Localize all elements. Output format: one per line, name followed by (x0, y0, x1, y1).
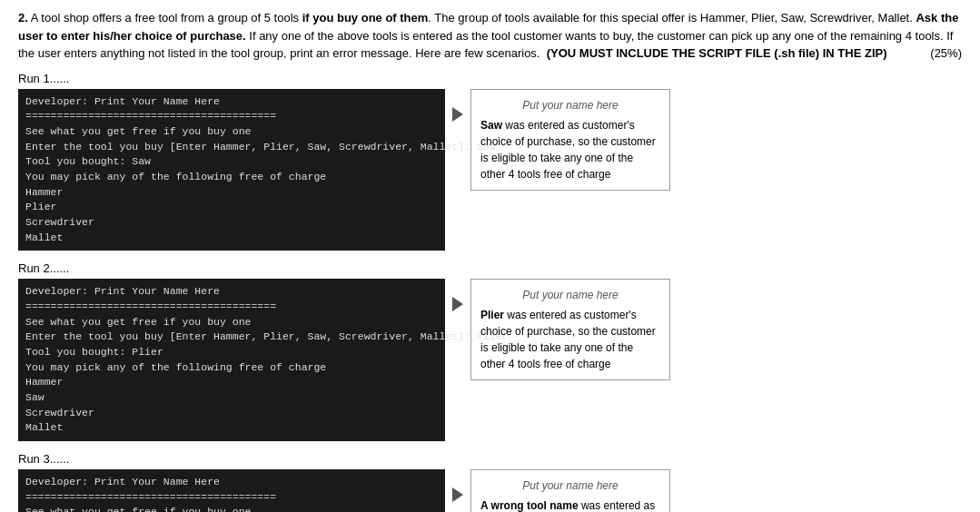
description-box-1: Put your name here Saw was entered as cu… (470, 89, 670, 191)
question-container: 2. A tool shop offers a free tool from a… (18, 9, 962, 512)
run-label-1: Run 1...... (18, 72, 962, 85)
arrow-icon-3 (452, 487, 463, 502)
run-label-2: Run 2...... (18, 261, 962, 275)
description-box-3: Put your name here A wrong tool name was… (470, 469, 670, 512)
desc-name-2: Put your name here (480, 287, 660, 303)
question-number: 2. (18, 11, 31, 25)
terminal-1: Developer: Print Your Name Here ========… (18, 89, 445, 251)
desc-content-3: A wrong tool name was entered as custome… (480, 497, 660, 512)
desc-name-1: Put your name here (480, 97, 660, 113)
terminal-3: Developer: Print Your Name Here ========… (18, 469, 445, 512)
run-section-2: Run 2...... Developer: Print Your Name H… (18, 261, 962, 441)
description-box-2: Put your name here Plier was entered as … (470, 279, 670, 380)
run-section-3: Run 3...... Developer: Print Your Name H… (18, 452, 962, 512)
percent-label: (25%) (930, 44, 962, 63)
desc-content-2: Plier was entered as customer's choice o… (480, 307, 660, 372)
desc-content-1: Saw was entered as customer's choice of … (480, 117, 660, 182)
arrow-icon-1 (452, 107, 463, 122)
desc-name-3: Put your name here (480, 478, 660, 494)
question-text: 2. A tool shop offers a free tool from a… (18, 9, 962, 63)
run-label-3: Run 3...... (18, 452, 962, 466)
run-section-1: Run 1...... Developer: Print Your Name H… (18, 72, 962, 251)
terminal-2: Developer: Print Your Name Here ========… (18, 279, 445, 441)
arrow-icon-2 (452, 297, 463, 311)
